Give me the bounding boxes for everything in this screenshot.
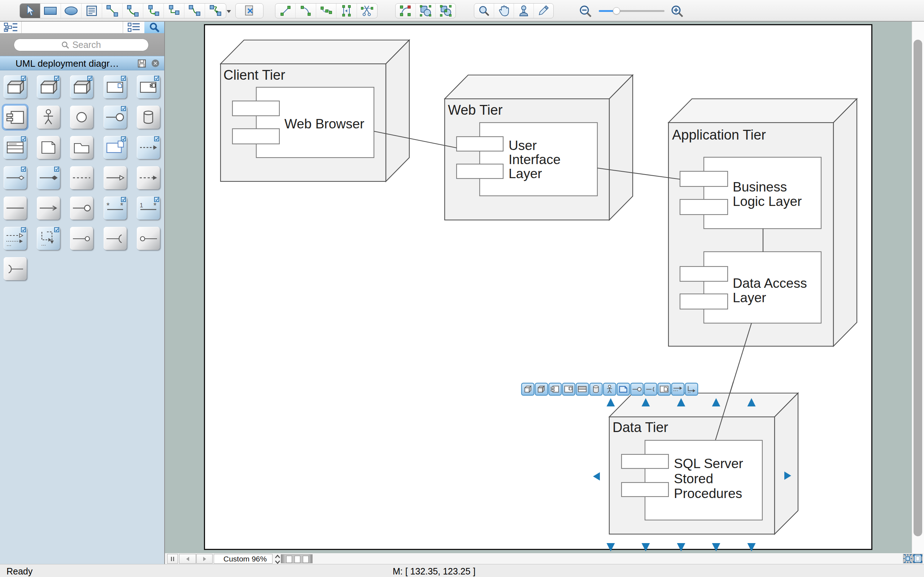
svg-text:Stored: Stored xyxy=(674,471,713,486)
svg-text:Web Tier: Web Tier xyxy=(448,102,503,118)
svg-text:Layer: Layer xyxy=(733,290,766,305)
svg-text:Data Access: Data Access xyxy=(733,276,807,291)
svg-text:Application Tier: Application Tier xyxy=(672,127,766,142)
svg-text:Business: Business xyxy=(733,180,787,194)
svg-text:Client Tier: Client Tier xyxy=(223,68,285,82)
svg-text:SQL Server: SQL Server xyxy=(674,456,743,471)
svg-text:Interface: Interface xyxy=(509,152,561,167)
svg-text:Data Tier: Data Tier xyxy=(612,420,669,435)
svg-text:Web Browser: Web Browser xyxy=(284,116,364,131)
svg-text:Procedures: Procedures xyxy=(674,486,742,501)
svg-text:User: User xyxy=(509,138,537,153)
svg-text:Layer: Layer xyxy=(509,166,542,181)
svg-text:Logic Layer: Logic Layer xyxy=(733,194,802,209)
